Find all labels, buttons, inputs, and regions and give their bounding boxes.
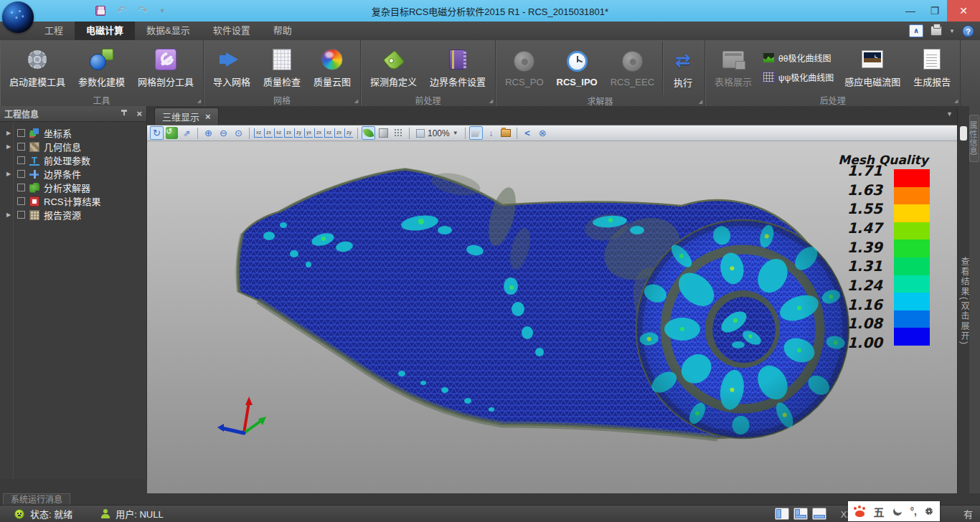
tab-close-icon[interactable]: × <box>205 113 211 121</box>
expand-arrow-icon[interactable]: ▶ <box>4 130 13 136</box>
group-expand-icon[interactable]: ◢ <box>489 98 493 104</box>
app-logo-icon[interactable] <box>2 1 34 33</box>
system-message-tab[interactable]: 系统运行消息 <box>3 493 70 506</box>
pin-icon[interactable] <box>121 110 128 118</box>
printer-dropdown-icon[interactable]: ▼ <box>949 28 955 34</box>
expand-arrow-icon[interactable]: ▶ <box>4 171 13 177</box>
properties-panel-tab[interactable]: 属性信息 <box>969 115 979 162</box>
close-view-icon[interactable]: ⊗ <box>536 126 550 140</box>
rcs-eec-button[interactable]: RCS_EEC <box>606 48 659 89</box>
tab-settings[interactable]: 软件设置 <box>202 22 262 40</box>
ime-toolbar[interactable]: 五 °, <box>848 501 940 521</box>
checkbox[interactable] <box>17 143 25 151</box>
group-expand-icon[interactable]: ◢ <box>354 98 358 104</box>
view-preset-icon[interactable]: zy <box>344 128 353 138</box>
view-preset-icon[interactable]: yx <box>304 128 313 138</box>
expand-arrow-icon[interactable]: ▶ <box>4 212 13 218</box>
induced-current-map-button[interactable]: 感应电磁流图 <box>839 46 905 90</box>
zoom-in-icon[interactable]: ⊕ <box>202 126 215 140</box>
ime-punctuation-label[interactable]: °, <box>910 506 918 517</box>
tree-item-analysis-solver[interactable]: ▶ 分析求解器 <box>0 181 146 194</box>
tree-item-rcs-results[interactable]: ▶ RCS计算结果 <box>0 194 146 208</box>
mesh-partition-tool-button[interactable]: 网格剖分工具 <box>133 46 199 90</box>
panel-close-icon[interactable]: × <box>136 110 142 118</box>
tab-em-compute[interactable]: 电磁计算 <box>75 22 135 40</box>
probe-angle-button[interactable]: 探测角定义 <box>365 46 422 90</box>
ime-gear-icon[interactable] <box>925 508 933 515</box>
quickbar-dropdown-icon[interactable]: ▼ <box>159 7 166 14</box>
layout-bottom-button[interactable] <box>812 508 826 520</box>
view-preset-icon[interactable]: zy <box>294 128 303 138</box>
folder-icon[interactable] <box>499 126 513 140</box>
checkbox[interactable] <box>17 197 25 205</box>
theta-polarization-curve-button[interactable]: θθ极化曲线图 <box>760 51 837 65</box>
checkbox[interactable] <box>17 184 25 191</box>
group-expand-icon[interactable]: ◢ <box>197 98 201 104</box>
3d-viewport[interactable]: Mesh Quality 1.711.631.551.471.391.311.2… <box>147 141 957 493</box>
boundary-condition-button[interactable]: 边界条件设置 <box>425 46 491 90</box>
expand-arrow-icon[interactable]: ▶ <box>4 143 13 150</box>
group-expand-icon[interactable]: ◢ <box>699 99 702 105</box>
pan-zoom-arrow-icon[interactable]: ⇗ <box>180 126 194 140</box>
generate-report-button[interactable]: 生成报告 <box>908 46 956 90</box>
group-expand-icon[interactable]: ◢ <box>954 98 958 104</box>
orbit-icon[interactable]: ↺ <box>165 126 179 140</box>
layout-left-button[interactable] <box>775 508 789 520</box>
tree-item-preprocess-params[interactable]: ▶ T 前处理参数 <box>0 153 146 167</box>
view-preset-icon[interactable]: zx <box>264 128 273 138</box>
view-preset-icon[interactable]: xz <box>254 128 263 138</box>
printer-icon[interactable] <box>930 26 942 36</box>
import-mesh-button[interactable]: 导入网格 <box>208 46 255 90</box>
checkbox[interactable] <box>17 156 25 164</box>
view-preset-icon[interactable]: zx <box>334 128 343 138</box>
arrow-down-icon[interactable]: ↓ <box>484 126 498 140</box>
launch-modeling-tool-button[interactable]: 启动建模工具 <box>4 46 70 90</box>
zoom-level-select[interactable]: 100% ▼ <box>413 128 461 138</box>
checkbox[interactable] <box>17 129 25 137</box>
share-flow-icon[interactable]: < <box>521 126 534 140</box>
parametric-modeling-button[interactable]: 参数化建模 <box>73 46 130 90</box>
quality-check-button[interactable]: 质量检查 <box>258 46 306 90</box>
redo-icon[interactable]: ↷ <box>138 5 147 16</box>
rotate-view-icon[interactable]: ↻ <box>150 126 164 140</box>
view-preset-icon[interactable]: xz <box>324 128 333 138</box>
help-icon[interactable]: ? <box>962 25 974 37</box>
moon-icon[interactable] <box>892 506 903 516</box>
tab-help[interactable]: 帮助 <box>262 22 303 40</box>
tree-item-coordinate-system[interactable]: ▶ 坐标系 <box>0 126 146 140</box>
zoom-out-icon[interactable]: ⊖ <box>217 126 230 140</box>
checkbox[interactable] <box>17 211 25 219</box>
checkbox[interactable] <box>17 170 25 178</box>
flat-mode-icon[interactable] <box>377 126 390 140</box>
tab-data-display[interactable]: 数据&显示 <box>135 22 202 40</box>
restore-button[interactable]: ❐ <box>923 0 947 22</box>
zoom-fit-icon[interactable]: ⊙ <box>232 126 245 140</box>
tree-item-boundary-conditions[interactable]: ▶ 边界条件 <box>0 167 146 181</box>
view-preset-icon[interactable]: zx <box>314 128 323 138</box>
close-button[interactable]: ✕ <box>947 0 980 22</box>
minimize-button[interactable]: — <box>898 0 923 22</box>
quality-cloud-button[interactable]: 质量云图 <box>308 46 356 90</box>
ime-mode-label[interactable]: 五 <box>873 504 884 519</box>
shaded-mode-icon[interactable] <box>362 126 375 140</box>
tab-3d-display[interactable]: 三维显示 × <box>154 108 219 125</box>
tree-item-geometry-info[interactable]: ▶ 几何信息 <box>0 140 146 153</box>
tree-item-report-resources[interactable]: ▶ 报告资源 <box>0 208 146 222</box>
rcs-po-button[interactable]: RCS_PO <box>500 48 548 89</box>
surface-pick-icon[interactable] <box>469 126 483 140</box>
rcs-ipo-button[interactable]: RCS_IPO <box>552 48 603 89</box>
ime-paw-icon[interactable] <box>855 511 864 517</box>
save-icon[interactable] <box>95 6 105 16</box>
layout-left-bottom-button[interactable] <box>793 508 808 520</box>
view-preset-icon[interactable]: zx <box>284 128 293 138</box>
tabbar-dropdown-icon[interactable]: ▼ <box>946 110 953 118</box>
psi-polarization-curve-button[interactable]: ψψ极化曲线图 <box>760 70 837 84</box>
results-collapsed-panel[interactable]: 查看结果(双击展开) <box>957 106 969 493</box>
points-mode-icon[interactable] <box>392 126 405 140</box>
tab-project[interactable]: 工程 <box>33 22 75 40</box>
undo-icon[interactable]: ↶ <box>117 5 126 16</box>
collapse-ribbon-icon[interactable]: ∧ <box>909 24 923 37</box>
view-preset-icon[interactable]: xz <box>274 128 283 138</box>
table-display-button[interactable]: 表格展示 <box>710 46 757 90</box>
execute-button[interactable]: ⇄ 执行 <box>666 47 700 90</box>
